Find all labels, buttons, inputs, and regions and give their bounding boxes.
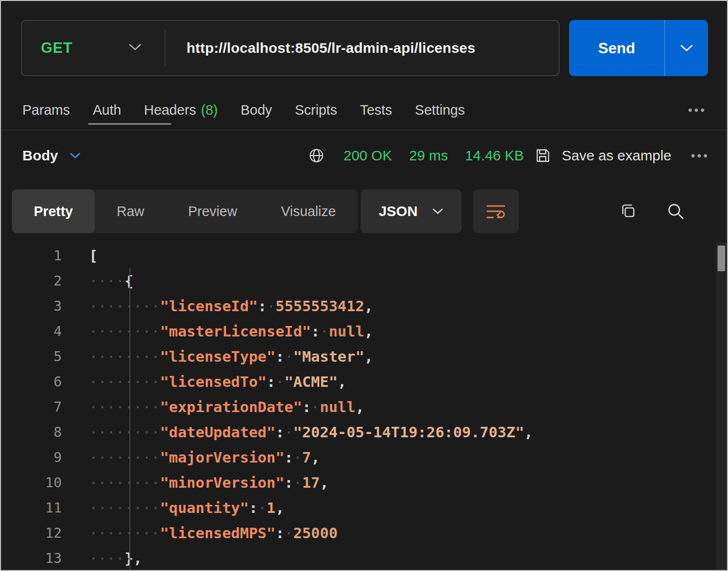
response-body-select[interactable]: Body (22, 148, 81, 164)
tab-auth[interactable]: Auth (93, 95, 121, 125)
code-line: 8········"dateUpdated":·"2024-05-14T19:2… (1, 419, 727, 444)
request-bar: GET http://localhost:8505/lr-admin-api/l… (21, 20, 708, 76)
request-tabs-row: ParamsAuthHeaders(8)BodyScriptsTestsSett… (22, 95, 704, 125)
tab-headers[interactable]: Headers(8) (144, 95, 218, 125)
code-line: 10········"minorVersion":·17, (1, 470, 727, 495)
response-status-group: 200 OK 29 ms 14.46 KB Save as example (307, 147, 707, 165)
save-as-example-label: Save as example (562, 148, 671, 164)
send-button-group: Send (569, 20, 708, 76)
response-body-editor[interactable]: 1[2····{3········"licenseId":·5555553412… (1, 243, 727, 571)
line-content: ········"licensedTo":·"ACME", (89, 373, 346, 390)
code-line: 9········"majorVersion":·7, (1, 444, 727, 470)
send-options-button[interactable] (665, 20, 708, 76)
line-number: 1 (1, 247, 62, 264)
line-number: 12 (1, 525, 62, 541)
divider (1, 129, 727, 130)
tab-params[interactable]: Params (22, 95, 70, 125)
code-line: 12········"licensedMPS":·25000 (1, 520, 727, 545)
line-number: 9 (1, 449, 62, 465)
floppy-disk-icon (534, 147, 551, 164)
tab-label: Body (241, 102, 272, 118)
search-button[interactable] (666, 201, 686, 221)
tab-tests[interactable]: Tests (360, 95, 392, 125)
url-input[interactable]: http://localhost:8505/lr-admin-api/licen… (166, 40, 475, 56)
line-content: [ (89, 247, 98, 264)
line-content: ········"majorVersion":·7, (89, 449, 320, 466)
tab-label: Tests (360, 102, 392, 118)
line-content: ········"quantity":·1, (89, 499, 285, 516)
more-options-icon[interactable] (689, 108, 704, 112)
view-tabs: PrettyRawPreviewVisualize (12, 189, 358, 233)
view-tab-pretty[interactable]: Pretty (12, 189, 95, 233)
tab-body[interactable]: Body (241, 95, 272, 125)
response-time[interactable]: 29 ms (409, 148, 448, 164)
wrap-lines-icon (485, 202, 507, 220)
tab-label: Auth (93, 102, 121, 118)
line-content: ········"licensedMPS":·25000 (89, 524, 338, 541)
url-box: GET http://localhost:8505/lr-admin-api/l… (21, 20, 560, 76)
line-number: 10 (1, 474, 62, 491)
method-select[interactable]: GET (22, 21, 165, 75)
scrollbar-thumb[interactable] (718, 246, 725, 271)
chevron-down-icon (69, 152, 81, 159)
chevron-down-icon (432, 208, 443, 215)
view-tab-raw[interactable]: Raw (95, 189, 166, 233)
view-tab-visualize[interactable]: Visualize (259, 189, 358, 233)
tab-label: Headers (144, 102, 197, 118)
line-number: 5 (1, 348, 62, 364)
code-line: 5········"licenseType":·"Master", (1, 344, 727, 369)
send-button[interactable]: Send (569, 20, 664, 76)
line-number: 4 (1, 323, 62, 339)
copy-icon (619, 202, 638, 221)
code-line: 3········"licenseId":·5555553412, (1, 293, 727, 318)
code-line: 4········"masterLicenseId":·null, (1, 318, 727, 344)
line-number: 11 (1, 500, 62, 516)
line-number: 7 (1, 399, 62, 415)
response-view-toolbar: PrettyRawPreviewVisualize JSON (12, 189, 716, 233)
line-number: 6 (1, 374, 62, 390)
indent-guide (129, 268, 130, 571)
code-line: 2····{ (1, 268, 727, 293)
code-line: 1[ (1, 243, 727, 268)
tab-label: Scripts (295, 102, 337, 118)
response-size[interactable]: 14.46 KB (465, 148, 523, 164)
line-number: 13 (1, 550, 62, 566)
line-content: ········"masterLicenseId":·null, (89, 323, 373, 340)
language-label: JSON (379, 203, 418, 219)
tab-scripts[interactable]: Scripts (295, 95, 337, 125)
tab-badge: (8) (201, 102, 217, 118)
method-label: GET (41, 39, 73, 57)
line-content: ········"licenseId":·5555553412, (89, 297, 373, 315)
line-number: 8 (1, 424, 62, 440)
copy-button[interactable] (619, 202, 638, 221)
scrollbar[interactable] (716, 243, 727, 571)
code-line: 6········"licensedTo":·"ACME", (1, 369, 727, 394)
line-content: ····{ (89, 272, 133, 289)
code-line: 7········"expirationDate":·null, (1, 394, 727, 419)
globe-icon[interactable] (307, 147, 325, 165)
line-content: ····}, (89, 550, 142, 567)
code-line: 11········"quantity":·1, (1, 495, 727, 520)
request-tabs: ParamsAuthHeaders(8)BodyScriptsTestsSett… (22, 95, 465, 125)
code-lines: 1[2····{3········"licenseId":·5555553412… (1, 243, 727, 571)
tab-settings[interactable]: Settings (415, 95, 465, 125)
view-tab-preview[interactable]: Preview (166, 189, 259, 233)
status-badge[interactable]: 200 OK (344, 148, 392, 164)
more-options-icon[interactable] (691, 154, 707, 158)
tab-label: Settings (415, 102, 465, 118)
wrap-lines-button[interactable] (473, 189, 519, 233)
line-content: ········"minorVersion":·17, (89, 474, 329, 491)
language-select[interactable]: JSON (361, 189, 462, 233)
code-line: 13····}, (1, 545, 727, 571)
search-icon (666, 201, 686, 221)
line-content: ········"licenseType":·"Master", (89, 348, 373, 365)
tab-label: Params (22, 102, 70, 118)
chevron-down-icon (128, 43, 142, 53)
chevron-down-icon (680, 44, 693, 52)
response-meta-row: Body 200 OK 29 ms 14.46 KB Save as examp… (22, 143, 707, 168)
line-number: 3 (1, 298, 62, 314)
response-body-label: Body (22, 148, 58, 164)
line-number: 2 (1, 273, 62, 289)
line-content: ········"dateUpdated":·"2024-05-14T19:26… (89, 423, 533, 441)
save-as-example-button[interactable]: Save as example (534, 147, 671, 164)
